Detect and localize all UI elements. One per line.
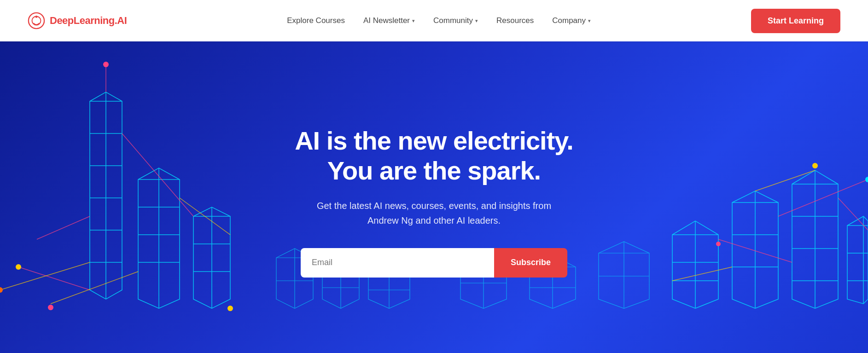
chevron-down-icon: ▾ [588, 18, 591, 24]
svg-point-80 [16, 264, 21, 270]
svg-marker-38 [672, 221, 718, 308]
nav-item-ai-newsletter[interactable]: AI Newsletter ▾ [363, 16, 415, 25]
svg-line-76 [718, 239, 792, 262]
svg-marker-3 [90, 92, 122, 299]
svg-line-77 [755, 170, 815, 191]
svg-marker-17 [193, 207, 230, 308]
nav-item-explore-courses[interactable]: Explore Courses [287, 16, 345, 25]
svg-marker-22 [732, 191, 778, 308]
svg-line-78 [672, 267, 732, 281]
svg-line-73 [51, 272, 138, 304]
svg-line-70 [122, 133, 193, 216]
svg-point-2 [35, 16, 38, 18]
svg-line-71 [0, 262, 90, 290]
svg-line-72 [180, 198, 230, 235]
svg-line-75 [838, 198, 868, 230]
logo[interactable]: DeepLearning.AI [28, 12, 127, 29]
svg-marker-33 [847, 216, 868, 304]
hero-subtext: Get the latest AI news, courses, events,… [301, 198, 568, 228]
subscribe-button[interactable]: Subscribe [494, 248, 567, 278]
start-learning-button[interactable]: Start Learning [751, 9, 840, 33]
email-input[interactable] [301, 248, 494, 278]
navbar: DeepLearning.AI Explore Courses AI Newsl… [0, 0, 868, 41]
nav-item-community[interactable]: Community ▾ [433, 16, 478, 25]
svg-line-69 [37, 216, 90, 239]
chevron-down-icon: ▾ [475, 18, 478, 24]
subscribe-row: Subscribe [295, 248, 573, 278]
svg-point-0 [29, 13, 44, 29]
nav-item-resources[interactable]: Resources [496, 16, 534, 25]
svg-line-74 [778, 179, 868, 216]
svg-point-82 [0, 287, 3, 293]
hero-content: AI is the new electricity. You are the s… [295, 126, 573, 278]
svg-line-68 [18, 267, 90, 290]
svg-point-86 [716, 242, 721, 246]
svg-marker-11 [138, 168, 180, 308]
hero-section: AI is the new electricity. You are the s… [0, 41, 868, 353]
nav-links: Explore Courses AI Newsletter ▾ Communit… [287, 16, 591, 25]
svg-marker-27 [792, 170, 838, 308]
svg-point-84 [48, 305, 53, 310]
logo-icon [28, 12, 45, 29]
nav-item-company[interactable]: Company ▾ [552, 16, 591, 25]
svg-marker-63 [599, 242, 649, 308]
svg-point-79 [103, 62, 109, 67]
chevron-down-icon: ▾ [412, 18, 415, 24]
svg-point-83 [812, 163, 818, 168]
svg-point-81 [865, 177, 868, 182]
svg-point-85 [227, 306, 233, 311]
hero-headline: AI is the new electricity. You are the s… [295, 126, 573, 185]
logo-text: DeepLearning.AI [50, 15, 127, 27]
